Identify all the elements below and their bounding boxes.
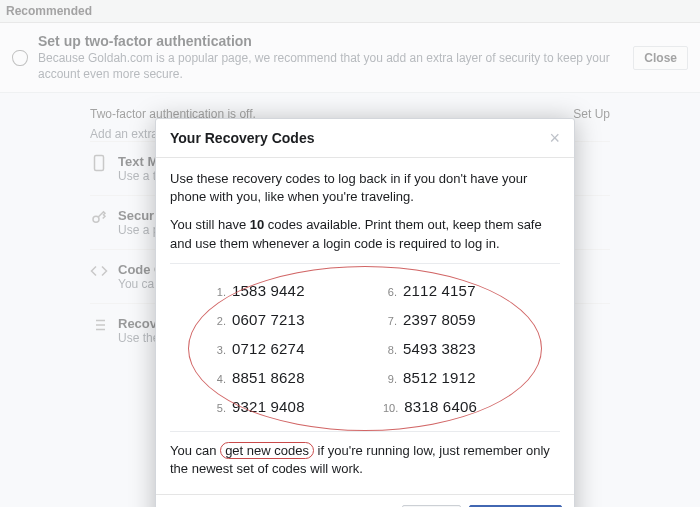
code-index: 3. [212,343,226,358]
code-index: 7. [383,314,397,329]
codes-count: 10 [250,217,264,232]
divider [170,263,560,264]
code-index: 8. [383,343,397,358]
code-value: 2397 8059 [403,309,476,330]
code-value: 2112 4157 [403,280,476,301]
recovery-code: 5.9321 9408 [212,396,361,417]
code-index: 10. [383,401,398,416]
code-index: 2. [212,314,226,329]
code-index: 6. [383,285,397,300]
code-value: 0712 6274 [232,338,305,359]
code-index: 4. [212,372,226,387]
codes-wrapper: 1.1583 9442 6.2112 4157 2.0607 7213 7.23… [170,274,560,423]
recovery-code: 6.2112 4157 [383,280,532,301]
code-value: 8851 8628 [232,367,305,388]
modal-body: Use these recovery codes to log back in … [156,158,574,494]
recovery-code: 4.8851 8628 [212,367,361,388]
code-value: 8512 1912 [403,367,476,388]
codes-grid: 1.1583 9442 6.2112 4157 2.0607 7213 7.23… [170,274,560,423]
recovery-code: 10.8318 6406 [383,396,532,417]
close-icon[interactable]: × [549,129,560,147]
recovery-code: 3.0712 6274 [212,338,361,359]
modal-header: Your Recovery Codes × [156,119,574,158]
code-index: 1. [212,285,226,300]
text: You still have [170,217,250,232]
modal-intro: Use these recovery codes to log back in … [170,170,560,206]
divider [170,431,560,432]
modal-availability: You still have 10 codes available. Print… [170,216,560,252]
text: You can [170,443,220,458]
code-index: 9. [383,372,397,387]
code-value: 5493 3823 [403,338,476,359]
code-value: 0607 7213 [232,309,305,330]
modal-title: Your Recovery Codes [170,130,314,146]
get-new-codes-link[interactable]: get new codes [220,442,314,459]
recovery-code: 8.5493 3823 [383,338,532,359]
code-value: 1583 9442 [232,280,305,301]
code-value: 9321 9408 [232,396,305,417]
recovery-code: 7.2397 8059 [383,309,532,330]
code-index: 5. [212,401,226,416]
recovery-code: 9.8512 1912 [383,367,532,388]
modal-footer: Close Print Codes [156,494,574,507]
recovery-code: 2.0607 7213 [212,309,361,330]
code-value: 8318 6406 [404,396,477,417]
modal-footnote: You can get new codes if you're running … [170,442,560,478]
recovery-codes-modal: Your Recovery Codes × Use these recovery… [155,118,575,507]
recovery-code: 1.1583 9442 [212,280,361,301]
